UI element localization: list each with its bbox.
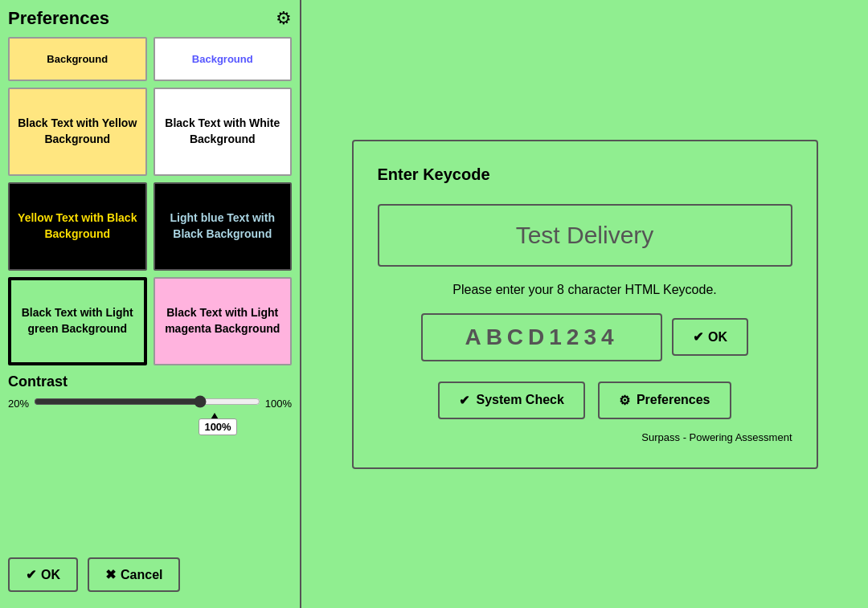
theme-lightmagenta-bg[interactable]: Black Text with Light magenta Background xyxy=(154,277,293,365)
system-check-icon: ✔ xyxy=(459,393,469,408)
system-check-label: System Check xyxy=(476,393,563,407)
dialog-ok-button[interactable]: ✔ OK xyxy=(672,318,748,356)
contrast-min: 20% xyxy=(8,398,29,410)
system-check-button[interactable]: ✔ System Check xyxy=(438,382,584,419)
theme-grid: Black Text with Yellow Background Black … xyxy=(8,88,292,365)
contrast-slider[interactable] xyxy=(34,395,260,408)
ok-button[interactable]: ✔ OK xyxy=(8,557,78,592)
slider-container: 100% xyxy=(34,395,260,411)
action-buttons-row: ✔ System Check ⚙ Preferences xyxy=(378,382,792,419)
contrast-max: 100% xyxy=(265,398,292,410)
powered-by: Surpass - Powering Assessment xyxy=(378,431,792,443)
test-delivery-label: Test Delivery xyxy=(516,222,654,248)
ok-label: OK xyxy=(41,568,60,582)
contrast-slider-row: 20% 100% 100% xyxy=(8,395,292,411)
theme-white-bg[interactable]: Black Text with White Background xyxy=(154,88,293,176)
cancel-label: Cancel xyxy=(121,568,162,582)
check-icon: ✔ xyxy=(26,567,36,582)
slider-tooltip: 100% xyxy=(199,418,236,435)
theme-lightblue-text-black[interactable]: Light blue Text with Black Background xyxy=(154,182,293,271)
preferences-button[interactable]: ⚙ Preferences xyxy=(598,382,731,419)
partial-theme-item-white[interactable]: Background xyxy=(154,37,293,81)
partial-theme-item-yellow[interactable]: Background xyxy=(8,37,147,81)
panel-header: Preferences ⚙ xyxy=(8,8,292,29)
theme-yellow-text-black[interactable]: Yellow Text with Black Background xyxy=(8,182,147,271)
theme-lightgreen-bg[interactable]: Black Text with Light green Background xyxy=(8,277,147,365)
cancel-button[interactable]: ✖ Cancel xyxy=(88,557,180,592)
partial-theme-items: Background Background xyxy=(8,37,292,81)
theme-yellow-bg[interactable]: Black Text with Yellow Background xyxy=(8,88,147,176)
keycode-input-row: ✔ OK xyxy=(378,313,792,361)
keycode-input[interactable] xyxy=(421,313,662,361)
test-delivery-box: Test Delivery xyxy=(378,204,792,267)
keycode-instruction: Please enter your 8 character HTML Keyco… xyxy=(378,283,792,297)
keycode-dialog: Enter Keycode Test Delivery Please enter… xyxy=(352,140,818,469)
panel-title: Preferences xyxy=(8,8,109,29)
preferences-gear-icon: ⚙ xyxy=(619,393,630,408)
dialog-check-icon: ✔ xyxy=(693,329,703,345)
left-panel: Preferences ⚙ Background Background Blac… xyxy=(0,0,301,608)
contrast-section: Contrast 20% 100% 100% xyxy=(8,373,292,411)
dialog-title: Enter Keycode xyxy=(378,165,792,184)
settings-icon[interactable]: ⚙ xyxy=(276,8,292,29)
contrast-label: Contrast xyxy=(8,373,292,390)
bottom-buttons: ✔ OK ✖ Cancel xyxy=(8,557,180,592)
cross-icon: ✖ xyxy=(105,567,116,582)
dialog-ok-label: OK xyxy=(708,330,727,345)
preferences-label: Preferences xyxy=(637,393,710,407)
main-area: Enter Keycode Test Delivery Please enter… xyxy=(301,0,868,608)
